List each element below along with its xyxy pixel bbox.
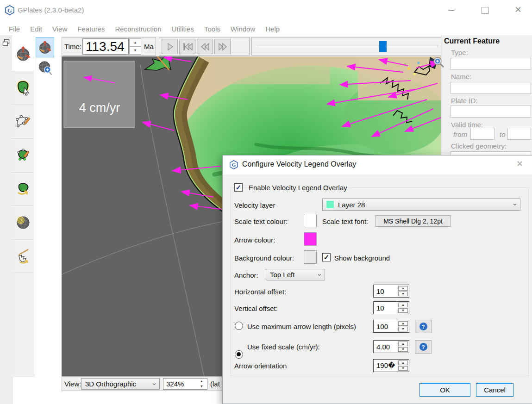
from-label: from <box>453 131 467 138</box>
fixed-scale-label: Use fixed scale (cm/yr): <box>247 343 320 351</box>
fast-forward-button[interactable] <box>214 39 231 54</box>
edit-geometry-icon <box>14 147 32 164</box>
dialog-title: Configure Velocity Legend Overlay <box>242 160 356 168</box>
spin-down-icon[interactable]: ▼ <box>398 292 408 296</box>
spin-down-icon[interactable]: ▼ <box>398 308 408 313</box>
play-button[interactable] <box>162 39 178 54</box>
scale-text-font-button[interactable]: MS Shell Dlg 2, 12pt <box>376 215 451 227</box>
valid-time-from-field[interactable] <box>470 128 494 140</box>
zoom-plus-icon[interactable] <box>432 56 445 69</box>
spin-up-icon[interactable]: ▲ <box>398 342 408 346</box>
velocity-layer-select[interactable]: Layer 28 › <box>322 199 520 211</box>
menu-view[interactable]: View <box>47 25 72 33</box>
minimize-icon <box>449 10 454 11</box>
checkmark-icon: ✓ <box>324 254 330 261</box>
fixed-scale-help-button[interactable]: ? <box>415 340 432 354</box>
time-spin-up-icon[interactable]: ▲ <box>129 38 141 47</box>
horizontal-offset-value: 10 <box>374 285 397 297</box>
max-arrow-length-spinner[interactable]: 100 ▲▼ <box>373 320 409 333</box>
layer-color-swatch <box>326 201 334 208</box>
ok-button[interactable]: OK <box>419 383 470 397</box>
float-panel-icon[interactable] <box>2 39 10 46</box>
max-arrow-length-radio[interactable] <box>235 322 243 330</box>
choose-feature-icon <box>14 79 32 97</box>
horizontal-offset-label: Horizontal offset: <box>234 288 286 296</box>
zoom-spin-down-icon[interactable]: ▼ <box>197 384 207 389</box>
minimize-button[interactable] <box>444 5 458 15</box>
title-bar[interactable]: G GPlates (2.3.0-beta2) ✕ <box>0 0 532 19</box>
workflow-tab-split-feature[interactable] <box>12 240 34 273</box>
menu-utilities[interactable]: Utilities <box>167 25 199 33</box>
time-spin-down-icon[interactable]: ▼ <box>129 47 141 55</box>
workflow-tab-pole-manipulation[interactable] <box>12 206 34 240</box>
time-label: Time: <box>64 43 81 50</box>
close-button[interactable]: ✕ <box>511 5 525 15</box>
name-label: Name: <box>451 73 471 81</box>
velocity-legend-overlay: 4 cm/yr <box>64 61 134 128</box>
maximize-button[interactable] <box>478 5 492 15</box>
menu-edit[interactable]: Edit <box>25 25 47 33</box>
workflow-tab-digitisation[interactable] <box>12 105 34 139</box>
spin-down-icon[interactable]: ▼ <box>398 327 408 331</box>
menu-features[interactable]: Features <box>72 25 110 33</box>
scale-text-font-label: Scale text font: <box>322 218 368 225</box>
arrow-colour-label: Arrow colour: <box>234 236 275 244</box>
workflow-tab-feature-inspection[interactable] <box>12 71 34 105</box>
time-slider-handle[interactable] <box>379 41 387 52</box>
tool-drag-globe-selected[interactable] <box>36 37 54 57</box>
background-colour-swatch[interactable] <box>304 250 317 264</box>
workflow-tab-view[interactable] <box>12 36 34 71</box>
gplates-logo-icon: G <box>229 160 238 169</box>
time-spinner[interactable]: ▲ ▼ <box>129 38 141 55</box>
fixed-scale-spinner[interactable]: 4.00 ▲▼ <box>373 340 409 353</box>
menu-bar: File Edit View Features Reconstruction U… <box>0 22 532 35</box>
tool-zoom-globe[interactable] <box>37 58 53 78</box>
enable-overlay-checkbox[interactable]: ✓ <box>234 183 243 192</box>
workflow-tab-topology[interactable] <box>12 173 34 206</box>
digitise-geometry-icon <box>14 113 32 131</box>
max-arrow-length-help-button[interactable]: ? <box>415 320 432 333</box>
workflow-tab-geometry-editing[interactable] <box>12 139 34 173</box>
time-input[interactable]: 113.54 <box>82 38 129 55</box>
spin-up-icon[interactable]: ▲ <box>398 303 408 307</box>
spin-up-icon[interactable]: ▲ <box>398 321 408 326</box>
anchor-select[interactable]: Top Left › <box>266 269 325 280</box>
legend-scale-text: 4 cm/yr <box>79 101 120 115</box>
menu-reconstruction[interactable]: Reconstruction <box>110 25 166 33</box>
spin-up-icon[interactable]: ▲ <box>398 360 408 365</box>
projection-select[interactable]: 3D Orthographic › <box>81 378 160 390</box>
type-field[interactable] <box>451 58 531 70</box>
horizontal-offset-spinner[interactable]: 10 ▲▼ <box>373 285 409 298</box>
dialog-close-button[interactable]: ✕ <box>516 159 523 169</box>
time-slider-track[interactable] <box>256 46 438 47</box>
vertical-offset-spinner[interactable]: 10 ▲▼ <box>373 301 409 314</box>
fixed-scale-radio[interactable] <box>235 350 243 359</box>
rewind-button[interactable] <box>197 39 213 54</box>
zoom-value: 324% <box>163 379 196 389</box>
time-control-group: Time: 113.54 ▲ ▼ Ma <box>62 37 156 56</box>
cancel-button[interactable]: Cancel <box>476 383 513 397</box>
anchor-value: Top Left <box>266 271 294 279</box>
seek-start-button[interactable] <box>179 39 195 54</box>
show-background-checkbox[interactable]: ✓ <box>322 253 331 261</box>
menu-window[interactable]: Window <box>225 25 260 33</box>
scale-text-colour-swatch[interactable] <box>304 214 317 227</box>
velocity-legend-dialog: G Configure Velocity Legend Overlay ✕ ✓ … <box>222 155 532 404</box>
arrow-orientation-spinner[interactable]: 190� ▲▼ <box>373 359 409 372</box>
spin-down-icon[interactable]: ▼ <box>398 366 408 371</box>
plate-id-field[interactable] <box>451 106 531 118</box>
menu-tools[interactable]: Tools <box>199 25 225 33</box>
anchor-label: Anchor: <box>234 271 258 279</box>
window-title: GPlates (2.3.0-beta2) <box>18 6 84 14</box>
chevron-down-icon: › <box>513 204 518 206</box>
zoom-spinner[interactable]: 324% ▲ ▼ <box>163 378 207 390</box>
name-field[interactable] <box>451 82 531 94</box>
zoom-spin-up-icon[interactable]: ▲ <box>197 379 207 384</box>
menu-help[interactable]: Help <box>260 25 285 33</box>
spin-down-icon[interactable]: ▼ <box>398 347 408 352</box>
arrow-colour-swatch[interactable] <box>304 232 317 246</box>
spin-up-icon[interactable]: ▲ <box>398 286 408 291</box>
valid-time-to-field[interactable] <box>507 128 531 140</box>
dialog-title-bar[interactable]: G Configure Velocity Legend Overlay ✕ <box>223 155 532 174</box>
menu-file[interactable]: File <box>4 25 25 33</box>
